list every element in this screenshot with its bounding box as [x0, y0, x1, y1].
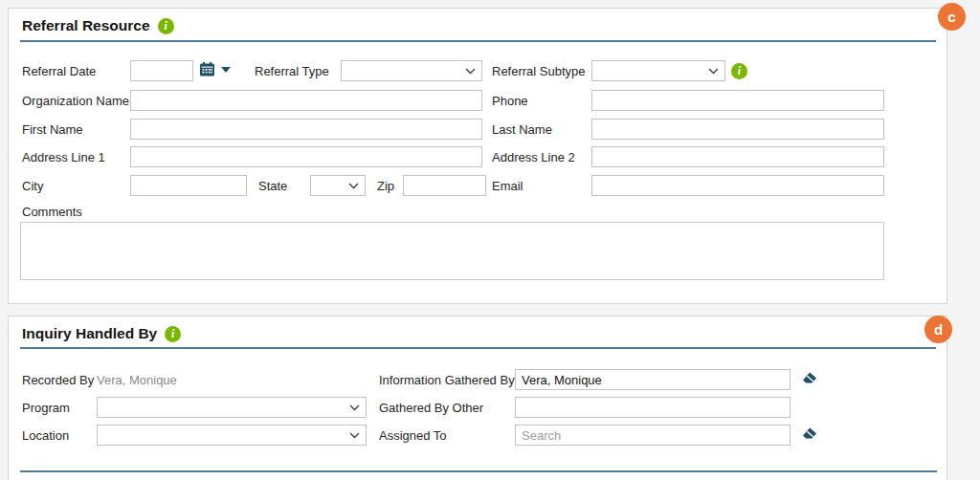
- information-gathered-by-label: Information Gathered By: [379, 373, 515, 388]
- address-line-1-input[interactable]: [130, 146, 482, 167]
- section-title: Referral Resource: [22, 17, 150, 34]
- organization-name-input[interactable]: [130, 90, 482, 111]
- address-line-1-label: Address Line 1: [22, 150, 105, 165]
- zip-label: Zip: [377, 179, 394, 194]
- phone-input[interactable]: [591, 90, 884, 111]
- section-underline: [20, 40, 936, 42]
- referral-resource-section: Referral Resource i Referral Date Referr…: [8, 8, 947, 304]
- annotation-badge-c: c: [938, 3, 966, 31]
- referral-subtype-select[interactable]: [591, 60, 725, 81]
- annotation-badge-d: d: [924, 316, 952, 343]
- comments-textarea[interactable]: [20, 222, 884, 280]
- information-gathered-by-input[interactable]: [515, 369, 791, 390]
- location-select[interactable]: [97, 425, 367, 446]
- referral-date-input[interactable]: [130, 60, 193, 81]
- first-name-label: First Name: [22, 122, 83, 138]
- info-icon[interactable]: i: [158, 18, 174, 34]
- organization-name-label: Organization Name: [22, 94, 129, 109]
- referral-type-select[interactable]: [341, 60, 482, 81]
- state-select[interactable]: [310, 175, 366, 196]
- gathered-by-other-label: Gathered By Other: [379, 401, 483, 416]
- city-input[interactable]: [130, 175, 247, 196]
- city-label: City: [22, 179, 43, 194]
- gathered-by-other-input[interactable]: [515, 397, 791, 418]
- email-label: Email: [492, 179, 523, 194]
- inquiry-handled-by-header: Inquiry Handled By i: [22, 325, 181, 342]
- referral-resource-header: Referral Resource i: [22, 17, 174, 34]
- phone-label: Phone: [492, 94, 528, 109]
- last-name-label: Last Name: [492, 122, 552, 138]
- eraser-icon[interactable]: [801, 425, 818, 441]
- address-line-2-label: Address Line 2: [492, 150, 575, 165]
- assigned-to-input[interactable]: [515, 425, 791, 446]
- state-label: State: [258, 179, 287, 194]
- info-icon[interactable]: i: [165, 326, 181, 342]
- inquiry-handled-by-section: Inquiry Handled By i Recorded By Vera, M…: [8, 316, 947, 480]
- recorded-by-label: Recorded By: [22, 373, 94, 388]
- recorded-by-value: Vera, Monique: [97, 373, 177, 388]
- first-name-input[interactable]: [130, 119, 482, 140]
- section-divider: [20, 470, 937, 472]
- comments-label: Comments: [22, 205, 82, 220]
- referral-date-label: Referral Date: [22, 64, 96, 79]
- last-name-input[interactable]: [591, 119, 884, 140]
- referral-type-label: Referral Type: [255, 64, 329, 79]
- eraser-icon[interactable]: [801, 370, 818, 385]
- calendar-icon[interactable]: [199, 61, 215, 77]
- address-line-2-input[interactable]: [591, 146, 884, 167]
- section-underline: [20, 347, 936, 349]
- email-input[interactable]: [591, 175, 884, 196]
- info-icon[interactable]: i: [731, 63, 747, 79]
- assigned-to-label: Assigned To: [379, 428, 447, 444]
- program-label: Program: [22, 401, 70, 416]
- referral-subtype-label: Referral Subtype: [492, 64, 586, 79]
- zip-input[interactable]: [403, 175, 486, 196]
- section-title: Inquiry Handled By: [22, 325, 157, 342]
- location-label: Location: [22, 428, 69, 444]
- program-select[interactable]: [97, 397, 367, 418]
- calendar-dropdown-arrow[interactable]: [221, 67, 231, 73]
